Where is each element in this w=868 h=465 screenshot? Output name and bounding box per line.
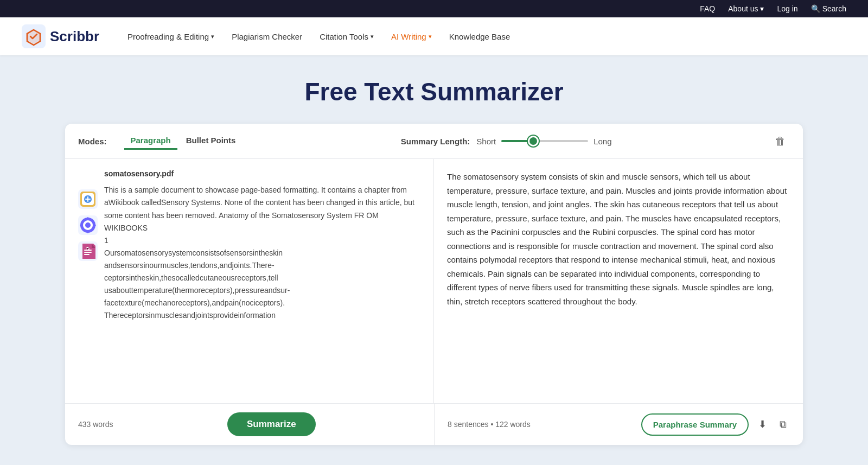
svg-point-8 [85, 222, 91, 228]
bottom-bar: 433 words Summarize 8 sentences • 122 wo… [65, 403, 803, 445]
toolbar: Modes: Paragraph Bullet Points Summary L… [65, 124, 803, 159]
trash-icon: 🗑 [775, 135, 786, 147]
doc-text[interactable]: This is a sample document to showcase pa… [104, 184, 420, 322]
download-icon: ⬇ [758, 419, 767, 430]
file-icons [78, 168, 98, 394]
mode-tabs: Paragraph Bullet Points [124, 132, 242, 150]
plugin-icon-3[interactable] [78, 241, 98, 261]
plagiarism-label: Plagiarism Checker [232, 32, 302, 41]
search-icon: 🔍 [811, 4, 820, 13]
sentence-count-text: 8 sentences [448, 420, 489, 429]
input-word-count: 433 words [78, 420, 113, 429]
nav-item-knowledge-base[interactable]: Knowledge Base [443, 28, 517, 46]
nav-item-proofreading[interactable]: Proofreading & Editing ▾ [121, 28, 221, 46]
bottom-left: 433 words Summarize [65, 404, 434, 445]
length-section: Summary Length: Short Long [401, 137, 612, 146]
logo-icon [22, 24, 46, 48]
mode-paragraph-tab[interactable]: Paragraph [124, 132, 177, 150]
left-panel: somatosensory.pdf This is a sample docum… [65, 159, 434, 403]
bullet-separator: • [490, 420, 495, 429]
mode-bullet-tab[interactable]: Bullet Points [180, 132, 242, 150]
length-slider[interactable] [501, 140, 588, 142]
delete-button[interactable]: 🗑 [770, 133, 790, 150]
search-label: Search [822, 4, 846, 13]
nav-links: Proofreading & Editing ▾ Plagiarism Chec… [121, 28, 516, 46]
citation-chevron-icon: ▾ [371, 33, 374, 40]
search-link[interactable]: 🔍 Search [811, 4, 846, 13]
ai-writing-chevron-icon: ▾ [429, 33, 432, 40]
summarize-button[interactable]: Summarize [227, 412, 316, 436]
tool-card: Modes: Paragraph Bullet Points Summary L… [65, 124, 803, 445]
plugin-icon-1[interactable] [78, 189, 98, 209]
download-button[interactable]: ⬇ [755, 415, 770, 434]
nav-item-ai-writing[interactable]: AI Writing ▾ [385, 28, 438, 46]
length-label: Summary Length: [401, 137, 470, 146]
plugin-icon-2[interactable] [78, 215, 98, 235]
main-content: Free Text Summarizer Modes: Paragraph Bu… [0, 55, 868, 465]
doc-filename: somatosensory.pdf [104, 168, 420, 180]
copy-button[interactable]: ⧉ [776, 416, 790, 434]
logo-link[interactable]: Scribbr [22, 24, 99, 48]
doc-content: somatosensory.pdf This is a sample docum… [104, 168, 420, 394]
about-chevron-icon: ▾ [760, 4, 764, 13]
main-nav: Scribbr Proofreading & Editing ▾ Plagiar… [0, 17, 868, 55]
summary-text: The somatosensory system consists of ski… [447, 170, 790, 308]
citation-label: Citation Tools [320, 32, 368, 41]
copy-icon: ⧉ [780, 419, 787, 430]
page-title: Free Text Summarizer [11, 77, 857, 106]
content-area: somatosensory.pdf This is a sample docum… [65, 159, 803, 403]
output-word-count: 122 words [495, 420, 531, 429]
paraphrase-button[interactable]: Paraphrase Summary [641, 413, 749, 436]
long-label: Long [593, 137, 611, 146]
slider-container: Short Long [476, 137, 611, 146]
right-panel: The somatosensory system consists of ski… [434, 159, 803, 403]
nav-item-citation[interactable]: Citation Tools ▾ [313, 28, 380, 46]
nav-item-plagiarism[interactable]: Plagiarism Checker [225, 28, 309, 46]
knowledge-base-label: Knowledge Base [449, 32, 510, 41]
logo-text: Scribbr [50, 28, 99, 45]
about-us-link[interactable]: About us ▾ [728, 4, 764, 13]
about-us-label: About us [728, 4, 758, 13]
login-link[interactable]: Log in [777, 4, 797, 13]
top-bar: FAQ About us ▾ Log in 🔍 Search [0, 0, 868, 17]
output-stats: 8 sentences • 122 words [448, 420, 635, 429]
ai-writing-label: AI Writing [391, 32, 426, 41]
faq-link[interactable]: FAQ [700, 4, 715, 13]
proofreading-chevron-icon: ▾ [211, 33, 214, 40]
modes-label: Modes: [78, 137, 107, 146]
bottom-right: 8 sentences • 122 words Paraphrase Summa… [434, 404, 803, 445]
short-label: Short [476, 137, 496, 146]
proofreading-label: Proofreading & Editing [127, 32, 209, 41]
